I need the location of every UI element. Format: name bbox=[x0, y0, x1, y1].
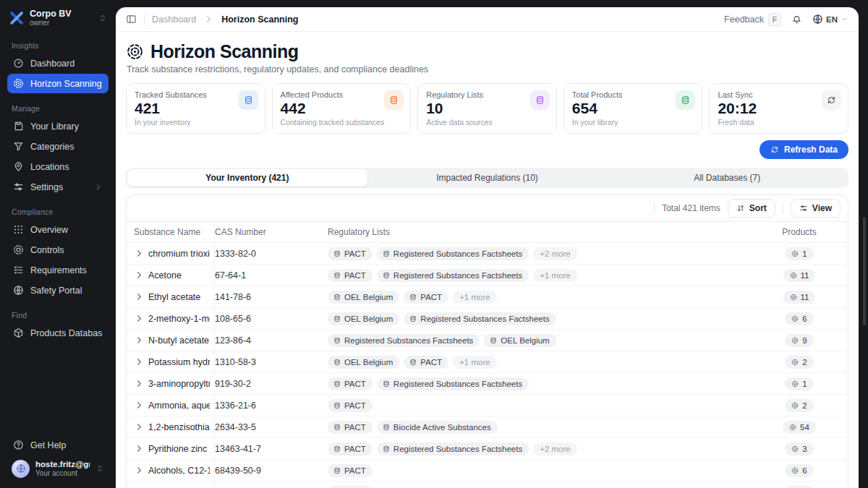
database-icon bbox=[333, 315, 341, 322]
table-row[interactable]: Benzenesulfonic aci...68411-30-3PACT4 bbox=[127, 481, 848, 488]
sort-button[interactable]: Sort bbox=[728, 199, 775, 218]
expand-row-icon[interactable] bbox=[134, 335, 145, 346]
tab-your-inventory-421[interactable]: Your Inventory (421) bbox=[127, 169, 367, 187]
sidebar-item-products-database[interactable]: Products Database bbox=[7, 323, 109, 343]
sidebar-item-dashboard[interactable]: Dashboard bbox=[7, 53, 109, 73]
expand-row-icon[interactable] bbox=[134, 313, 145, 324]
products-count-badge: 2 bbox=[785, 399, 813, 412]
sidebar-toggle-button[interactable] bbox=[126, 14, 137, 25]
company-logo-icon bbox=[9, 10, 25, 26]
products-count-badge: 2 bbox=[785, 356, 813, 369]
cas-number: 1336-21-6 bbox=[215, 401, 328, 411]
sidebar-item-overview[interactable]: Overview bbox=[7, 220, 109, 239]
language-code: EN bbox=[826, 15, 838, 24]
target-icon bbox=[13, 244, 24, 255]
notifications-button[interactable] bbox=[791, 14, 802, 25]
feedback-button[interactable]: Feedback F bbox=[724, 13, 781, 26]
sidebar-item-locations[interactable]: Locations bbox=[7, 157, 109, 176]
table-row[interactable]: Potassium hydroxide1310-58-3OEL BelgiumP… bbox=[127, 351, 848, 373]
database-icon bbox=[409, 294, 417, 301]
substance-name: 3-aminopropyltrieth... bbox=[148, 379, 210, 389]
more-lists-badge[interactable]: +1 more bbox=[453, 356, 497, 369]
table-row[interactable]: Ethyl acetate141-78-6OEL BelgiumPACT+1 m… bbox=[127, 286, 848, 308]
sidebar-item-controls[interactable]: Controls bbox=[7, 240, 109, 260]
table-row[interactable]: 2-methoxy-1-methyl...108-65-6OEL Belgium… bbox=[127, 308, 848, 330]
table-row[interactable]: Acetone67-64-1PACTRegistered Substances … bbox=[127, 265, 848, 286]
radar-icon bbox=[790, 294, 797, 301]
stat-card-affected-products: Affected Products442Containing tracked s… bbox=[272, 83, 412, 134]
chevron-updown-icon bbox=[98, 14, 107, 22]
org-switcher[interactable]: Corpo BV owner bbox=[7, 7, 109, 30]
expand-row-icon[interactable] bbox=[134, 248, 145, 259]
regulatory-list-badge: Registered Substances Factsheets bbox=[377, 247, 529, 260]
table-row[interactable]: chromium trioxide1333-82-0PACTRegistered… bbox=[127, 243, 848, 265]
tab-impacted-regulations-10[interactable]: Impacted Regulations (10) bbox=[367, 169, 608, 187]
regulatory-list-badge: PACT bbox=[328, 442, 373, 455]
view-button[interactable]: View bbox=[791, 199, 841, 218]
pin-icon bbox=[13, 161, 24, 172]
regulatory-lists-cell: PACTRegistered Substances Factsheets+2 m… bbox=[328, 442, 757, 455]
more-lists-badge[interactable]: +2 more bbox=[533, 442, 577, 455]
substance-name: N-butyl acetate bbox=[148, 335, 209, 346]
more-lists-badge[interactable]: +1 more bbox=[453, 291, 497, 304]
chevron-right-icon bbox=[203, 14, 214, 25]
cas-number: 13463-41-7 bbox=[215, 444, 328, 454]
divider bbox=[654, 203, 655, 214]
sort-icon bbox=[736, 204, 745, 213]
sidebar-item-horizon-scanning[interactable]: Horizon Scanning bbox=[7, 74, 109, 93]
sidebar-item-requirements[interactable]: Requirements bbox=[7, 260, 109, 280]
stats-row: Tracked Substances421In your inventoryAf… bbox=[126, 83, 848, 134]
sidebar-item-label: Overview bbox=[30, 225, 103, 235]
chevron-right-icon bbox=[94, 183, 103, 192]
database-icon bbox=[383, 380, 390, 388]
sidebar-item-label: Your Library bbox=[30, 121, 103, 132]
expand-row-icon[interactable] bbox=[134, 465, 145, 476]
dashboard-icon bbox=[13, 58, 24, 69]
main-panel: Dashboard Horizon Scanning Feedback F EN… bbox=[116, 7, 859, 488]
expand-row-icon[interactable] bbox=[134, 356, 145, 367]
org-name: Corpo BV bbox=[30, 9, 93, 19]
sidebar-item-your-library[interactable]: Your Library bbox=[7, 116, 109, 136]
table-row[interactable]: N-butyl acetate123-86-4Registered Substa… bbox=[127, 330, 848, 351]
expand-row-icon[interactable] bbox=[134, 400, 145, 411]
stat-sublabel: Fresh data bbox=[718, 118, 840, 127]
products-count-badge: 1 bbox=[785, 247, 813, 260]
database-icon bbox=[333, 359, 341, 366]
language-selector[interactable]: EN bbox=[812, 14, 848, 25]
account-menu[interactable]: hoste.fritz@gmail.c... Your account bbox=[7, 455, 109, 479]
more-lists-badge[interactable]: +2 more bbox=[533, 247, 577, 260]
expand-row-icon[interactable] bbox=[134, 443, 145, 454]
table-row[interactable]: Ammonia, aqueous s...1336-21-6PACT2 bbox=[127, 395, 848, 416]
funnel-icon bbox=[13, 141, 24, 152]
chevron-down-icon bbox=[841, 15, 848, 23]
expand-row-icon[interactable] bbox=[134, 291, 145, 302]
scrollbar[interactable] bbox=[863, 217, 866, 325]
tab-all-databases-7[interactable]: All Databases (7) bbox=[607, 169, 847, 187]
regulatory-list-badge: Registered Substances Factsheets bbox=[328, 334, 480, 347]
items-count: Total 421 items bbox=[662, 203, 720, 213]
table-row[interactable]: Alcohols, C12-14, et...68439-50-9PACT6 bbox=[127, 460, 848, 481]
sidebar-item-safety-portal[interactable]: Safety Portal bbox=[7, 281, 109, 300]
table-row[interactable]: 1,2-benzisothiazol-3...2634-33-5PACTBioc… bbox=[127, 416, 848, 438]
avatar bbox=[12, 460, 30, 478]
sidebar-item-categories[interactable]: Categories bbox=[7, 137, 109, 156]
chevron-updown-icon bbox=[95, 464, 104, 473]
expand-row-icon[interactable] bbox=[134, 378, 145, 389]
regulatory-lists-cell: OEL BelgiumPACT+1 more bbox=[328, 356, 757, 369]
sidebar-item-settings[interactable]: Settings bbox=[7, 177, 109, 197]
expand-row-icon[interactable] bbox=[134, 270, 145, 281]
sidebar-item-label: Locations bbox=[30, 162, 103, 172]
regulatory-lists-cell: PACTBiocide Active Substances bbox=[328, 421, 757, 434]
cas-number: 1310-58-3 bbox=[215, 357, 328, 367]
substance-name: 2-methoxy-1-methyl... bbox=[148, 314, 210, 324]
substance-name: Potassium hydroxide bbox=[148, 357, 210, 367]
breadcrumb-dashboard[interactable]: Dashboard bbox=[152, 14, 196, 25]
sidebar-item-label: Safety Portal bbox=[30, 286, 103, 296]
expand-row-icon[interactable] bbox=[134, 421, 145, 432]
sidebar-item-get-help[interactable]: Get Help bbox=[7, 435, 109, 455]
substance-name: Pyrithione zinc (Zinc ... bbox=[148, 444, 210, 454]
more-lists-badge[interactable]: +1 more bbox=[533, 269, 577, 282]
table-row[interactable]: 3-aminopropyltrieth...919-30-2PACTRegist… bbox=[127, 373, 848, 395]
refresh-data-button[interactable]: Refresh Data bbox=[760, 140, 848, 159]
table-row[interactable]: Pyrithione zinc (Zinc ...13463-41-7PACTR… bbox=[127, 438, 848, 460]
